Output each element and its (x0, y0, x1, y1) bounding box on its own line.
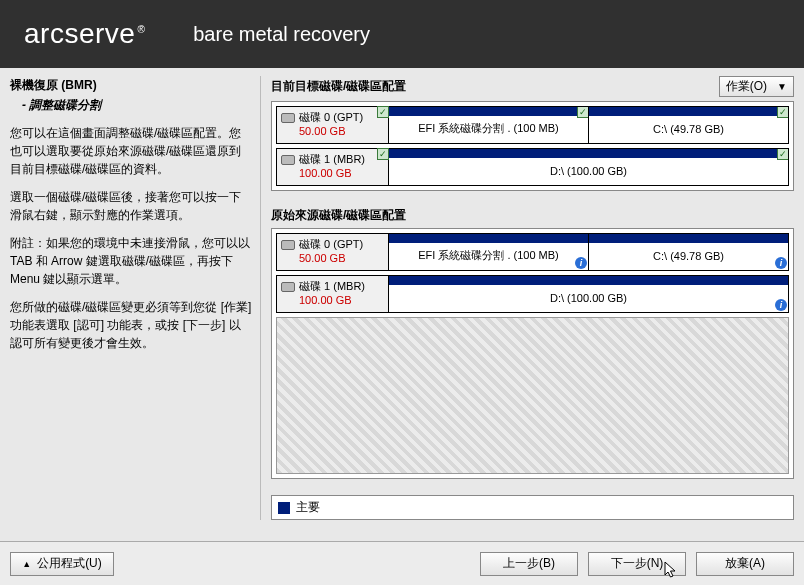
disk-row[interactable]: 磁碟 1 (MBR) 100.00 GB ✓ D:\ (100.00 GB) ✓ (276, 148, 789, 186)
source-section-label: 原始來源磁碟/磁碟區配置 (271, 207, 794, 224)
legend-swatch-primary (278, 502, 290, 514)
partition[interactable]: C:\ (49.78 GB) i (588, 234, 788, 270)
footer-bar: ▲ 公用程式(U) 上一步(B) 下一步(N) 放棄(A) (0, 541, 804, 585)
disk-icon (281, 113, 295, 123)
check-icon: ✓ (577, 107, 588, 118)
check-icon: ✓ (377, 148, 389, 160)
disk-info[interactable]: 磁碟 1 (MBR) 100.00 GB ✓ (277, 149, 389, 185)
target-disk-list: 磁碟 0 (GPT) 50.00 GB ✓ EFI 系統磁碟分割 . (100 … (271, 101, 794, 191)
disk-info[interactable]: 磁碟 0 (GPT) 50.00 GB (277, 234, 389, 270)
help-title: 裸機復原 (BMR) (10, 76, 252, 94)
abort-button[interactable]: 放棄(A) (696, 552, 794, 576)
info-icon: i (775, 257, 787, 269)
legend: 主要 (271, 495, 794, 520)
disk-icon (281, 155, 295, 165)
disk-row[interactable]: 磁碟 0 (GPT) 50.00 GB EFI 系統磁碟分割 . (100 MB… (276, 233, 789, 271)
app-header: arcserve® bare metal recovery (0, 0, 804, 68)
check-icon: ✓ (777, 107, 788, 118)
help-text: 您所做的磁碟/磁碟區變更必須等到您從 [作業] 功能表選取 [認可] 功能表，或… (10, 298, 252, 352)
source-disk-list: 磁碟 0 (GPT) 50.00 GB EFI 系統磁碟分割 . (100 MB… (271, 228, 794, 479)
help-text: 您可以在這個畫面調整磁碟/磁碟區配置。您也可以選取要從原始來源磁碟/磁碟區還原到… (10, 124, 252, 178)
help-panel: 裸機復原 (BMR) - 調整磁碟分割 您可以在這個畫面調整磁碟/磁碟區配置。您… (10, 76, 260, 520)
empty-space (276, 317, 789, 474)
utilities-button[interactable]: ▲ 公用程式(U) (10, 552, 114, 576)
disk-icon (281, 240, 295, 250)
next-button[interactable]: 下一步(N) (588, 552, 686, 576)
info-icon: i (575, 257, 587, 269)
brand-logo: arcserve® (24, 18, 145, 50)
disk-info[interactable]: 磁碟 1 (MBR) 100.00 GB (277, 276, 389, 312)
disk-icon (281, 282, 295, 292)
help-text: 選取一個磁碟/磁碟區後，接著您可以按一下滑鼠右鍵，顯示對應的作業選項。 (10, 188, 252, 224)
check-icon: ✓ (377, 106, 389, 118)
partition[interactable]: D:\ (100.00 GB) ✓ (389, 149, 788, 185)
help-subhead: - 調整磁碟分割 (22, 96, 252, 114)
help-text: 附註：如果您的環境中未連接滑鼠，您可以以 TAB 和 Arrow 鍵選取磁碟/磁… (10, 234, 252, 288)
target-section-label: 目前目標磁碟/磁碟區配置 (271, 78, 719, 95)
partition[interactable]: EFI 系統磁碟分割 . (100 MB) ✓ (389, 107, 588, 143)
info-icon: i (775, 299, 787, 311)
chevron-up-icon: ▲ (22, 559, 31, 569)
legend-label: 主要 (296, 499, 320, 516)
chevron-down-icon: ▼ (777, 81, 787, 92)
disk-row[interactable]: 磁碟 1 (MBR) 100.00 GB D:\ (100.00 GB) i (276, 275, 789, 313)
partition[interactable]: EFI 系統磁碟分割 . (100 MB) i (389, 234, 588, 270)
app-subtitle: bare metal recovery (193, 23, 370, 46)
disk-info[interactable]: 磁碟 0 (GPT) 50.00 GB ✓ (277, 107, 389, 143)
check-icon: ✓ (777, 149, 788, 160)
partition[interactable]: D:\ (100.00 GB) i (389, 276, 788, 312)
disk-row[interactable]: 磁碟 0 (GPT) 50.00 GB ✓ EFI 系統磁碟分割 . (100 … (276, 106, 789, 144)
back-button[interactable]: 上一步(B) (480, 552, 578, 576)
partition[interactable]: C:\ (49.78 GB) ✓ (588, 107, 788, 143)
operations-dropdown[interactable]: 作業(O)▼ (719, 76, 794, 97)
